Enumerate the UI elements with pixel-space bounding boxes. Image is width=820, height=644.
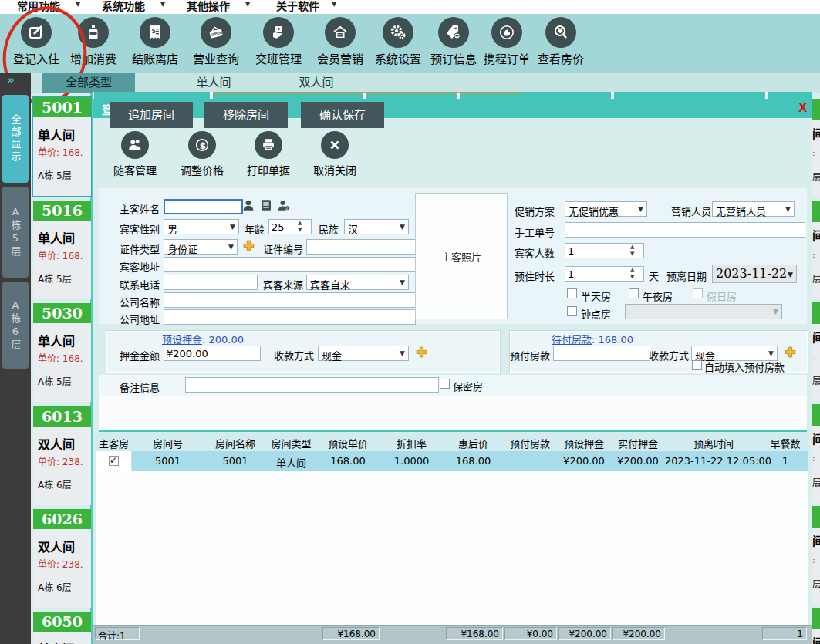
confirm-save-button[interactable]: 确认保存 — [301, 102, 384, 128]
guest-photo-box[interactable]: 主客照片 — [415, 193, 508, 319]
floor-tab-a6[interactable]: A栋6层 — [2, 282, 29, 369]
add-room-button[interactable]: 追加房间 — [110, 102, 193, 128]
toolbar-item-ctrip-orders[interactable]: 携程订单 — [477, 17, 536, 66]
room-card-6050[interactable]: 6050 单人间 — [33, 612, 91, 644]
toolbar-item-business-query[interactable]: OPEN 营业查询 — [187, 17, 245, 66]
promo-dropdown[interactable]: 无促销优惠▼ — [565, 201, 647, 217]
manual-no-input[interactable] — [565, 222, 805, 238]
chevron-down-icon: ▼ — [245, 1, 250, 8]
button-zone — [99, 396, 807, 432]
prepay-input[interactable] — [553, 346, 650, 361]
col-header-room-type[interactable]: 房间类型 — [266, 436, 316, 450]
menu-item-about[interactable]: 关于软件 — [276, 0, 319, 13]
id-no-input[interactable] — [306, 239, 416, 255]
menu-item-other[interactable]: 其他操作 — [187, 0, 230, 13]
action-adjust-price[interactable]: $ 调整价格 — [171, 131, 233, 177]
midnight-checkbox[interactable] — [629, 288, 639, 298]
col-header-room-name[interactable]: 房间名称 — [204, 436, 266, 450]
sales-value: 无营销人员 — [716, 204, 766, 218]
toolbar-item-member-marketing[interactable]: 会员营销 — [311, 17, 370, 66]
source-dropdown[interactable]: 宾客自来▼ — [306, 275, 409, 290]
sales-dropdown[interactable]: 无营销人员▼ — [712, 201, 795, 217]
cell-depart-time: 2023-11-22 12:05:00 — [665, 455, 762, 467]
room-card-5030[interactable]: 5030 单人间 单价: 168. A栋 5层 — [33, 303, 91, 402]
floor-tab-all[interactable]: 全部显示 — [2, 95, 29, 183]
room-card-5001[interactable]: 5001 单人间 单价: 168. A栋 5层 — [33, 97, 91, 196]
col-header-discount[interactable]: 折扣率 — [380, 436, 444, 450]
collapse-chevrons-icon[interactable]: » — [7, 73, 15, 87]
clipped-card-header — [812, 404, 820, 426]
col-header-paid-deposit[interactable]: 实付押金 — [611, 436, 665, 450]
row-checkbox[interactable] — [109, 456, 119, 466]
address-input[interactable] — [164, 257, 416, 272]
chevron-down-icon: ▼ — [228, 243, 234, 251]
person-info-icon[interactable]: i — [277, 198, 291, 212]
col-header-depart-time[interactable]: 预离时间 — [665, 436, 762, 450]
add-payment-method-icon[interactable] — [784, 346, 797, 359]
due-amount-link[interactable]: 待付房款 — [552, 334, 592, 346]
room-card-6026[interactable]: 6026 双人间 单价: 238. A栋 6层 — [33, 509, 91, 608]
floor-tab-a5[interactable]: A栋5层 — [2, 187, 29, 278]
deposit-amount-input[interactable] — [164, 346, 261, 361]
tab-all-types[interactable]: 全部类型 — [42, 73, 135, 93]
source-label: 宾客来源 — [263, 277, 303, 292]
add-payment-method-icon[interactable] — [415, 346, 428, 359]
col-header-prepay[interactable]: 预付房款 — [503, 436, 557, 450]
col-header-preset-price[interactable]: 预设单价 — [316, 436, 380, 450]
gender-value: 男 — [167, 221, 177, 236]
table-empty-area[interactable] — [96, 471, 808, 625]
member-house-icon — [325, 17, 356, 48]
toolbar-item-view-rates[interactable]: ¥ 查看房价 — [531, 17, 590, 66]
tab-single-room[interactable]: 单人间 — [167, 73, 260, 93]
person-icon[interactable] — [241, 198, 255, 212]
company-addr-input[interactable] — [164, 309, 416, 325]
gender-dropdown[interactable]: 男▼ — [164, 219, 239, 234]
auto-fill-checkbox[interactable] — [692, 360, 702, 370]
add-id-type-icon[interactable] — [242, 239, 255, 252]
clipped-room-card: 间:层 — [812, 506, 820, 605]
toolbar-item-add-consume[interactable]: 增加消费 — [64, 17, 123, 66]
room-type: 单人间 — [38, 228, 75, 247]
menu-item-system[interactable]: 系统功能 — [102, 0, 145, 13]
deposit-method-dropdown[interactable]: 现金▼ — [318, 346, 409, 361]
holiday-label: 假日房 — [707, 288, 737, 303]
ethnic-dropdown[interactable]: 汉▼ — [344, 219, 409, 234]
secret-room-checkbox[interactable] — [440, 379, 450, 389]
guest-name-input[interactable] — [164, 199, 243, 214]
journal-icon[interactable] — [259, 198, 273, 212]
room-card-5016[interactable]: 5016 单人间 单价: 168. A栋 5层 — [33, 201, 91, 299]
spinner-down-icon[interactable]: ▼ — [630, 251, 810, 257]
close-icon[interactable]: X — [798, 101, 808, 115]
company-input[interactable] — [164, 292, 416, 308]
action-accompany-guests[interactable]: 随客管理 — [104, 131, 166, 177]
col-header-room-no[interactable]: 房间号 — [131, 436, 204, 450]
toolbar-item-checkout[interactable]: $ 结账离店 — [126, 17, 184, 66]
half-day-checkbox[interactable] — [567, 288, 577, 298]
menu-item-common[interactable]: 常用功能 — [17, 0, 60, 13]
toolbar-item-booking-info[interactable]: 预订信息 — [424, 17, 483, 66]
action-label: 打印单据 — [238, 162, 299, 177]
toolbar-item-shift[interactable]: 交班管理 — [249, 17, 308, 66]
col-header-main-room[interactable]: 主客房 — [96, 436, 131, 450]
hourly-checkbox[interactable] — [567, 306, 577, 316]
remark-input[interactable] — [185, 377, 439, 393]
action-print-receipt[interactable]: 打印单据 — [238, 131, 299, 177]
auto-fill-label: 自动填入预付房款 — [704, 359, 785, 374]
total-count: 合计:1 — [95, 627, 140, 640]
id-type-dropdown[interactable]: 身份证▼ — [164, 239, 238, 255]
toolbar-item-settings[interactable]: 系统设置 — [369, 17, 427, 66]
col-header-after-price[interactable]: 惠后价 — [444, 436, 503, 450]
preset-deposit-link[interactable]: 预设押金 — [162, 334, 202, 346]
col-header-breakfast[interactable]: 早餐数 — [762, 436, 808, 450]
remove-room-button[interactable]: 移除房间 — [204, 102, 288, 128]
depart-date-picker[interactable]: 2023-11-22▼ — [712, 265, 797, 283]
col-header-preset-deposit[interactable]: 预设押金 — [557, 436, 611, 450]
toolbar-item-checkin[interactable]: 登记入住 — [7, 17, 66, 66]
action-cancel-close[interactable]: 取消关闭 — [304, 131, 366, 177]
tab-double-room[interactable]: 双人间 — [270, 73, 363, 93]
phone-input[interactable] — [164, 275, 258, 290]
toolbar-label: 登记入住 — [7, 50, 66, 66]
payment-method-dropdown[interactable]: 现金▼ — [691, 346, 778, 361]
spinner-up-icon[interactable]: ▲ — [630, 244, 810, 250]
room-card-6013[interactable]: 6013 双人间 单价: 238. A栋 6层 — [33, 406, 91, 505]
